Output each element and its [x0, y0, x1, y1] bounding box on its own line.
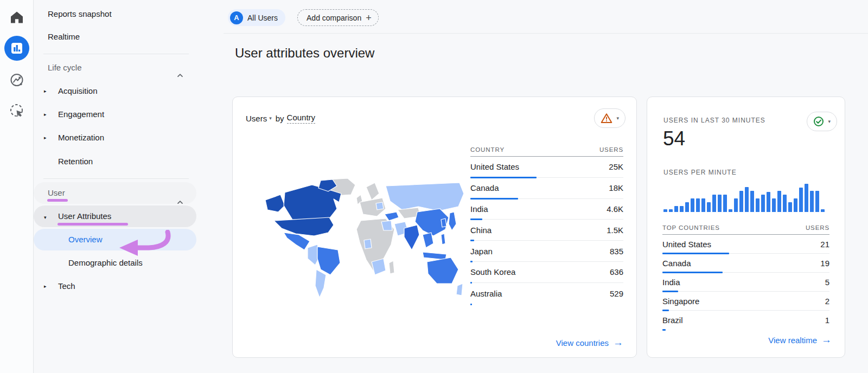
table-row: Australia529	[470, 283, 623, 304]
row-bar	[662, 329, 666, 331]
users-per-minute-bar	[691, 198, 694, 212]
table-row: India5	[662, 273, 829, 292]
plus-icon: +	[366, 13, 372, 23]
comparison-avatar: A	[230, 11, 243, 24]
nav-acquisition[interactable]: ▸Acquisition	[34, 81, 196, 101]
expand-caret-icon: ▸	[44, 105, 47, 124]
nav-section-life-cycle[interactable]: Life cycle	[34, 58, 196, 78]
table-row: Canada18K	[470, 178, 623, 199]
users-per-minute-bar	[805, 184, 808, 212]
users-last-30-label: USERS IN LAST 30 MINUTES	[663, 117, 765, 124]
users-per-minute-bar	[799, 188, 803, 212]
nav-divider	[43, 178, 189, 179]
users-per-minute-bar	[772, 198, 776, 212]
annotation-underline-user-attributes	[58, 223, 128, 226]
card-header: Users ▾ by Country ▾	[246, 108, 626, 128]
table-header: COUNTRY USERS	[470, 143, 623, 157]
users-per-minute-bar	[669, 209, 673, 212]
metric-selector[interactable]: Users	[246, 114, 267, 123]
arrow-right-icon: →	[821, 334, 832, 346]
realtime-status-button[interactable]: ▾	[807, 112, 837, 131]
explore-icon[interactable]	[9, 73, 24, 90]
nav-tech[interactable]: ▸Tech	[34, 276, 196, 296]
world-map	[260, 178, 465, 304]
warning-icon	[601, 113, 612, 124]
collapse-caret-icon: ▾	[44, 207, 47, 228]
nav-realtime[interactable]: Realtime	[34, 27, 196, 47]
table-row: United States21	[662, 235, 829, 254]
table-row: Japan835	[470, 241, 623, 262]
row-bar	[470, 304, 472, 305]
page-title: User attributes overview	[235, 46, 374, 61]
users-per-minute-bar	[777, 191, 781, 212]
users-per-minute-label: USERS PER MINUTE	[663, 169, 737, 176]
app-rail	[0, 0, 34, 373]
users-per-minute-bar	[701, 198, 705, 212]
users-per-minute-bar	[810, 191, 814, 212]
users-per-minute-bar	[734, 198, 738, 212]
users-per-minute-bar	[729, 209, 732, 212]
users-per-minute-bar	[663, 209, 667, 212]
table-row: Brazil1	[662, 311, 829, 330]
header-divider	[224, 33, 868, 34]
users-per-minute-bar	[761, 195, 765, 212]
users-per-minute-bar	[674, 206, 678, 212]
comparison-bar: A All Users Add comparison +	[228, 9, 379, 26]
dimension-selector[interactable]: Country	[287, 113, 316, 124]
users-by-country-card: Users ▾ by Country ▾	[232, 97, 637, 358]
countries-table: COUNTRY USERS United States25K Canada18K…	[470, 143, 623, 304]
users-per-minute-bar	[680, 206, 684, 212]
reports-icon[interactable]	[4, 36, 29, 61]
add-comparison-button[interactable]: Add comparison +	[297, 9, 379, 26]
view-realtime-link[interactable]: View realtime →	[768, 334, 832, 346]
expand-caret-icon: ▸	[44, 128, 47, 147]
users-per-minute-bar	[756, 198, 760, 212]
annotation-underline-user	[47, 199, 68, 202]
view-countries-link[interactable]: View countries →	[556, 337, 623, 349]
table-row: Canada19	[662, 254, 829, 273]
users-per-minute-bar	[712, 195, 716, 212]
add-comparison-label: Add comparison	[307, 14, 361, 22]
dropdown-caret-icon: ▾	[828, 119, 831, 124]
nav-demographic-details[interactable]: Demographic details	[34, 253, 196, 273]
advertising-icon[interactable]	[9, 103, 24, 120]
users-per-minute-bar	[707, 202, 711, 212]
users-per-minute-bar	[685, 202, 689, 212]
users-per-minute-bar	[794, 198, 797, 212]
expand-caret-icon: ▸	[44, 81, 47, 101]
users-per-minute-bar	[788, 202, 792, 212]
users-per-minute-bar	[821, 209, 825, 212]
realtime-card: USERS IN LAST 30 MINUTES ▾ 54 USERS PER …	[647, 97, 845, 358]
users-per-minute-bar	[767, 192, 770, 212]
table-row: South Korea636	[470, 262, 623, 283]
table-row: United States25K	[470, 157, 623, 178]
nav-engagement[interactable]: ▸Engagement	[34, 105, 196, 124]
users-per-minute-bar	[750, 191, 754, 212]
users-per-minute-bar	[739, 191, 743, 212]
users-last-30-value: 54	[663, 127, 685, 150]
nav-retention[interactable]: Retention	[34, 152, 196, 171]
table-header: TOP COUNTRIES USERS	[662, 221, 829, 235]
table-row: China1.5K	[470, 220, 623, 241]
users-per-minute-bar	[783, 195, 787, 212]
data-quality-button[interactable]: ▾	[594, 108, 626, 128]
users-per-minute-bar	[718, 195, 722, 212]
users-per-minute-chart	[663, 183, 828, 212]
top-countries-table: TOP COUNTRIES USERS United States21 Cana…	[662, 221, 829, 330]
home-icon[interactable]	[9, 10, 24, 27]
nav-overview[interactable]: Overview	[34, 229, 196, 250]
all-users-label: All Users	[247, 14, 278, 22]
users-per-minute-bar	[745, 187, 749, 212]
users-per-minute-bar	[723, 195, 727, 212]
users-per-minute-bar	[815, 191, 819, 212]
expand-caret-icon: ▸	[44, 276, 47, 296]
all-users-chip[interactable]: A All Users	[228, 9, 285, 26]
table-row: India4.6K	[470, 199, 623, 220]
dropdown-caret-icon: ▾	[269, 115, 272, 121]
report-nav: Reports snapshot Realtime Life cycle ▸Ac…	[34, 0, 196, 373]
users-per-minute-bar	[696, 198, 700, 212]
table-row: Singapore2	[662, 292, 829, 311]
nav-monetization[interactable]: ▸Monetization	[34, 128, 196, 147]
nav-reports-snapshot[interactable]: Reports snapshot	[34, 4, 196, 24]
check-circle-icon	[813, 116, 824, 127]
